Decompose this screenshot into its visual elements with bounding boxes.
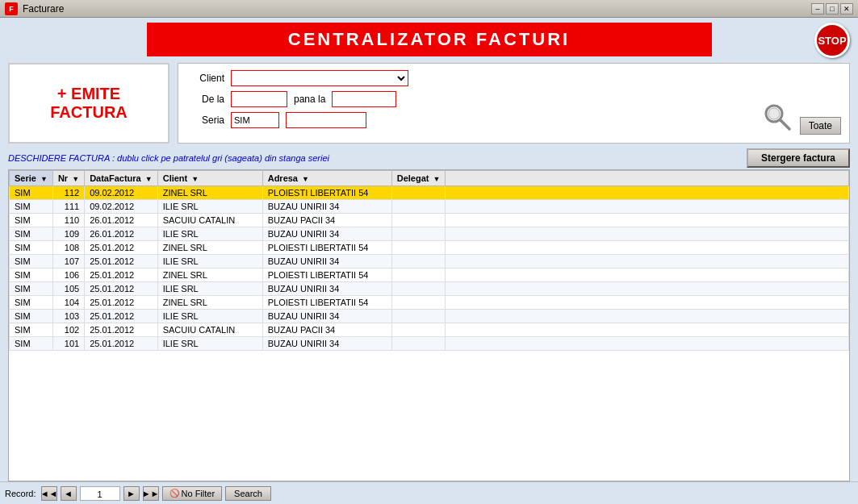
table-cell-col-client: ILIE SRL: [157, 282, 262, 296]
search-icon-button[interactable]: [762, 102, 793, 135]
table-row[interactable]: SIM10425.01.2012ZINEL SRLPLOIESTI LIBERT…: [10, 296, 849, 310]
table-cell-col-serie: SIM: [10, 323, 53, 337]
pana-la-input[interactable]: [332, 91, 396, 107]
col-header-nr[interactable]: Nr ▼: [52, 171, 84, 186]
table-cell-col-serie: SIM: [10, 255, 53, 269]
toate-button[interactable]: Toate: [800, 117, 841, 135]
table-cell-col-client: ILIE SRL: [157, 255, 262, 269]
col-header-datafactura[interactable]: DataFactura ▼: [85, 171, 158, 186]
table-cell-col-extra: [446, 200, 849, 214]
table-row[interactable]: SIM11209.02.2012ZINEL SRLPLOIESTI LIBERT…: [10, 186, 849, 200]
seria2-input[interactable]: [286, 112, 366, 128]
col-header-adresa[interactable]: Adresa ▼: [262, 171, 391, 186]
dela-label: De la: [188, 94, 224, 105]
client-select[interactable]: [231, 70, 408, 86]
nav-last-button[interactable]: ►►: [143, 486, 159, 501]
table-cell-col-nr: 110: [52, 214, 84, 227]
filter-client-row: Client: [188, 70, 839, 86]
table-cell-col-nr: 112: [52, 186, 84, 200]
table-cell-col-nr: 108: [52, 241, 84, 255]
table-cell-col-delegat: [391, 310, 446, 323]
table-row[interactable]: SIM11109.02.2012ILIE SRLBUZAU UNIRII 34: [10, 200, 849, 214]
table-cell-col-nr: 111: [52, 200, 84, 214]
table-body: SIM11209.02.2012ZINEL SRLPLOIESTI LIBERT…: [10, 186, 849, 351]
table-cell-col-nr: 107: [52, 255, 84, 269]
table-cell-col-extra: [446, 296, 849, 310]
nav-next-button[interactable]: ►: [123, 486, 140, 501]
statusbar: Record: ◄◄ ◄ 1 ► ►► 🚫 No Filter Search: [0, 481, 858, 504]
maximize-button[interactable]: □: [826, 3, 839, 15]
svg-line-2: [781, 120, 789, 129]
table-cell-col-adresa: BUZAU UNIRII 34: [262, 255, 391, 269]
titlebar-controls: – □ ✕: [811, 3, 853, 15]
minimize-button[interactable]: –: [811, 3, 824, 15]
client-label: Client: [188, 73, 224, 84]
col-header-delegat[interactable]: Delegat ▼: [391, 171, 446, 186]
search-button[interactable]: Search: [225, 486, 271, 501]
table-cell-col-client: ILIE SRL: [157, 337, 262, 351]
sort-arrow-delegat: ▼: [433, 175, 441, 183]
stergere-factura-button[interactable]: Stergere factura: [747, 148, 850, 168]
dela-input[interactable]: [231, 91, 287, 107]
table-row[interactable]: SIM10525.01.2012ILIE SRLBUZAU UNIRII 34: [10, 282, 849, 296]
table-row[interactable]: SIM10325.01.2012ILIE SRLBUZAU UNIRII 34: [10, 310, 849, 323]
table-cell-col-serie: SIM: [10, 241, 53, 255]
nav-first-button[interactable]: ◄◄: [41, 486, 57, 501]
record-label: Record:: [5, 489, 36, 498]
sort-arrow-datafactura: ▼: [145, 175, 153, 183]
table-cell-col-delegat: [391, 255, 446, 269]
table-cell-col-serie: SIM: [10, 269, 53, 282]
table-cell-col-delegat: [391, 186, 446, 200]
col-header-serie[interactable]: Serie ▼: [10, 171, 53, 186]
table-cell-col-extra: [446, 269, 849, 282]
table-row[interactable]: SIM10125.01.2012ILIE SRLBUZAU UNIRII 34: [10, 337, 849, 351]
seria-input[interactable]: [231, 112, 279, 128]
emite-factura-button[interactable]: + EMITEFACTURA: [8, 63, 170, 144]
table-cell-col-client: ILIE SRL: [157, 227, 262, 241]
table-row[interactable]: SIM10725.01.2012ILIE SRLBUZAU UNIRII 34: [10, 255, 849, 269]
no-filter-icon: 🚫: [170, 489, 179, 498]
table-cell-col-adresa: BUZAU UNIRII 34: [262, 337, 391, 351]
table-row[interactable]: SIM11026.01.2012SACUIU CATALINBUZAU PACI…: [10, 214, 849, 227]
magnifier-icon: [762, 102, 793, 132]
table-cell-col-date: 09.02.2012: [85, 200, 158, 214]
filter-seria-row: Seria: [188, 112, 839, 128]
table-cell-col-serie: SIM: [10, 296, 53, 310]
table-cell-col-extra: [446, 282, 849, 296]
table-cell-col-adresa: BUZAU PACII 34: [262, 323, 391, 337]
emite-factura-label: + EMITEFACTURA: [50, 85, 128, 122]
table-cell-col-extra: [446, 255, 849, 269]
table-cell-col-delegat: [391, 337, 446, 351]
table-row[interactable]: SIM10225.01.2012SACUIU CATALINBUZAU PACI…: [10, 323, 849, 337]
table-cell-col-serie: SIM: [10, 227, 53, 241]
table-cell-col-nr: 104: [52, 296, 84, 310]
nav-prev-button[interactable]: ◄: [61, 486, 77, 501]
table-cell-col-date: 25.01.2012: [85, 269, 158, 282]
svg-point-1: [768, 108, 780, 119]
col-header-extra: [446, 171, 849, 186]
filter-dela-row: De la pana la: [188, 91, 839, 107]
table-cell-col-client: ZINEL SRL: [157, 296, 262, 310]
table-cell-col-delegat: [391, 282, 446, 296]
col-header-client[interactable]: Client ▼: [157, 171, 262, 186]
table-cell-col-extra: [446, 227, 849, 241]
table-cell-col-delegat: [391, 323, 446, 337]
table-cell-col-extra: [446, 337, 849, 351]
no-filter-button[interactable]: 🚫 No Filter: [162, 486, 223, 501]
table-cell-col-delegat: [391, 227, 446, 241]
titlebar: F Facturare – □ ✕: [0, 0, 858, 18]
table-row[interactable]: SIM10625.01.2012ZINEL SRLPLOIESTI LIBERT…: [10, 269, 849, 282]
controls-row: + EMITEFACTURA Client De la pana la Seri…: [0, 60, 858, 147]
table-row[interactable]: SIM10825.01.2012ZINEL SRLPLOIESTI LIBERT…: [10, 241, 849, 255]
table-cell-col-delegat: [391, 269, 446, 282]
table-cell-col-adresa: BUZAU UNIRII 34: [262, 200, 391, 214]
facturi-table-wrapper: Serie ▼ Nr ▼ DataFactura ▼ Client ▼: [8, 169, 850, 481]
close-button[interactable]: ✕: [840, 3, 853, 15]
table-cell-col-nr: 106: [52, 269, 84, 282]
record-number-display: 1: [80, 486, 120, 501]
table-row[interactable]: SIM10926.01.2012ILIE SRLBUZAU UNIRII 34: [10, 227, 849, 241]
table-cell-col-client: ZINEL SRL: [157, 241, 262, 255]
table-cell-col-adresa: BUZAU PACII 34: [262, 214, 391, 227]
titlebar-title: Facturare: [23, 3, 64, 15]
table-cell-col-client: ZINEL SRL: [157, 269, 262, 282]
